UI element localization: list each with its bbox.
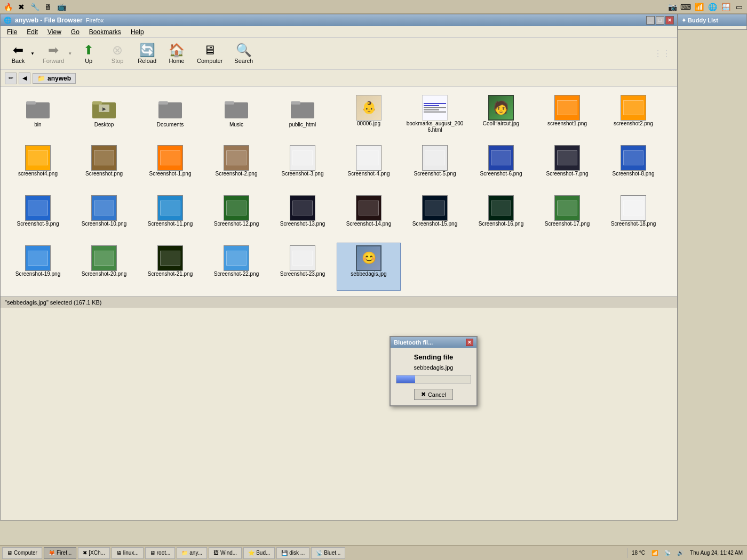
layout-icon[interactable]: ▭ xyxy=(733,1,745,13)
file-name-label: Screenshot-22.png xyxy=(214,271,259,277)
file-item[interactable]: Screenshot-18.png xyxy=(601,193,665,241)
menu-bookmarks[interactable]: Bookmarks xyxy=(85,27,125,37)
file-item[interactable]: Screenshot-11.png xyxy=(138,193,202,241)
file-item[interactable]: Screenshot-16.png xyxy=(469,193,533,241)
forward-arrow[interactable]: ▼ xyxy=(67,50,73,57)
network-icon[interactable]: 📶 xyxy=(649,550,660,556)
collapse-button[interactable]: ◀ xyxy=(19,73,30,84)
computer-button[interactable]: 🖥 Computer xyxy=(192,40,227,68)
file-item[interactable]: Documents xyxy=(138,92,202,140)
top-right-icons: 📷 ⌨ 📶 🌐 🪟 ▭ xyxy=(666,1,745,13)
camera-icon[interactable]: 📷 xyxy=(666,1,678,13)
minimize-button[interactable]: _ xyxy=(646,16,655,25)
tools-icon[interactable]: 🔧 xyxy=(29,1,41,13)
file-item[interactable]: Screenshot-10.png xyxy=(72,193,136,241)
taskbar-computer[interactable]: 🖥Computer xyxy=(2,547,42,559)
up-button[interactable]: ⬆ Up xyxy=(75,40,102,68)
breadcrumb-anyweb[interactable]: 📁 anyweb xyxy=(33,73,76,84)
maximize-button[interactable]: □ xyxy=(656,16,664,25)
signal-icon[interactable]: 📡 xyxy=(662,550,673,556)
reload-button[interactable]: 🔄 Reload xyxy=(133,40,161,68)
clock: Thu Aug 24, 11:42 AM xyxy=(688,550,745,556)
taskbar-bluetooth[interactable]: 📡Bluet... xyxy=(311,547,345,559)
volume-icon[interactable]: 🔊 xyxy=(675,550,686,556)
tv-icon[interactable]: 📺 xyxy=(55,1,67,13)
file-item[interactable]: Screenshot-12.png xyxy=(204,193,268,241)
file-item[interactable]: Screenshot-14.png xyxy=(337,193,401,241)
title-bar: 🌐 anyweb - File Browser Firefox _ □ ✕ xyxy=(1,14,677,26)
file-area[interactable]: bin ▶ Desktop Documents Music public_htm… xyxy=(1,87,677,296)
reload-label: Reload xyxy=(138,58,156,64)
x-icon[interactable]: ✖ xyxy=(15,1,27,13)
taskbar-xchat[interactable]: ✖[XCh... xyxy=(78,547,110,559)
file-item[interactable]: 🧑 CoolHaircut.jpg xyxy=(469,92,533,140)
wifi-icon[interactable]: 📶 xyxy=(693,1,705,13)
file-item[interactable]: Screenshot-6.png xyxy=(469,142,533,190)
file-name-label: Screenshot-10.png xyxy=(82,221,127,227)
file-item[interactable]: Screenshot-5.png xyxy=(403,142,467,190)
file-item[interactable]: Screenshot-8.png xyxy=(601,142,665,190)
file-item[interactable]: Screenshot-17.png xyxy=(535,193,599,241)
file-item[interactable]: Screenshot-22.png xyxy=(204,243,268,291)
menu-help[interactable]: Help xyxy=(126,27,148,37)
monitor-icon[interactable]: 🖥 xyxy=(42,1,54,13)
menu-edit[interactable]: Edit xyxy=(22,27,42,37)
edit-location-button[interactable]: ✏ xyxy=(5,73,17,84)
taskbar-disk[interactable]: 💾disk ... xyxy=(276,547,309,559)
back-button[interactable]: ⬅ Back xyxy=(5,40,31,68)
home-button[interactable]: 🏠 Home xyxy=(163,40,190,68)
file-name-label: Screenshot-15.png xyxy=(412,221,458,227)
forward-button[interactable]: ➡ Forward xyxy=(38,40,69,68)
file-item[interactable]: Screenshot-19.png xyxy=(6,243,70,291)
top-taskbar: 🔥 ✖ 🔧 🖥 📺 📷 ⌨ 📶 🌐 🪟 ▭ xyxy=(0,0,747,14)
file-item[interactable]: Screenshot-9.png xyxy=(6,193,70,241)
file-item[interactable]: Screenshot-4.png xyxy=(337,142,401,190)
file-item[interactable]: Screenshot-21.png xyxy=(138,243,202,291)
taskbar-root[interactable]: 🖥root... xyxy=(145,547,176,559)
menu-view[interactable]: View xyxy=(43,27,66,37)
file-item[interactable]: Music xyxy=(204,92,268,140)
menu-bar: File Edit View Go Bookmarks Help xyxy=(1,26,677,38)
file-item[interactable]: screenshot4.png xyxy=(6,142,70,190)
file-item[interactable]: Screenshot-20.png xyxy=(72,243,136,291)
file-item[interactable]: ▶ Desktop xyxy=(72,92,136,140)
file-item[interactable]: Screenshot-15.png xyxy=(403,193,467,241)
file-item[interactable]: Screenshot-2.png xyxy=(204,142,268,190)
screenshot-icon xyxy=(25,245,51,271)
file-item[interactable]: screenshot2.png xyxy=(601,92,665,140)
file-item[interactable]: public_html xyxy=(271,92,335,140)
keyboard-icon[interactable]: ⌨ xyxy=(680,1,692,13)
file-name-label: Screenshot-9.png xyxy=(17,221,59,227)
window-icon[interactable]: 🪟 xyxy=(720,1,732,13)
taskbar-firefox[interactable]: 🦊Firef... xyxy=(44,547,76,559)
search-button[interactable]: 🔍 Search xyxy=(229,40,258,68)
bluetooth-cancel-button[interactable]: ✖ Cancel xyxy=(414,389,453,400)
file-item[interactable]: Screenshot-23.png xyxy=(271,243,335,291)
file-item[interactable]: bookmarks_august_2006.html xyxy=(403,92,467,140)
taskbar-wind[interactable]: 🖼Wind... xyxy=(209,547,242,559)
globe-icon[interactable]: 🌐 xyxy=(706,1,718,13)
taskbar-any[interactable]: 📁any... xyxy=(177,547,207,559)
bottom-taskbar: 🖥Computer 🦊Firef... ✖[XCh... 🖥linux... 🖥… xyxy=(0,545,747,560)
back-arrow[interactable]: ▼ xyxy=(29,50,36,57)
file-item[interactable]: 😊 sebbedagis.jpg xyxy=(337,243,401,291)
file-item[interactable]: Screenshot-3.png xyxy=(271,142,335,190)
file-item[interactable]: Screenshot-1.png xyxy=(138,142,202,190)
file-item[interactable]: 👶 00006.jpg xyxy=(337,92,401,140)
menu-file[interactable]: File xyxy=(3,27,21,37)
file-item[interactable]: bin xyxy=(6,92,70,140)
bluetooth-close-button[interactable]: ✕ xyxy=(466,339,473,346)
search-icon: 🔍 xyxy=(236,44,252,57)
fire-icon[interactable]: 🔥 xyxy=(2,1,14,13)
stop-button[interactable]: ⊗ Stop xyxy=(104,40,131,68)
file-item[interactable]: Screenshot-7.png xyxy=(535,142,599,190)
file-item[interactable]: Screenshot-13.png xyxy=(271,193,335,241)
temperature[interactable]: 18 °C xyxy=(630,550,647,556)
close-button[interactable]: ✕ xyxy=(665,16,674,25)
file-item[interactable]: Screenshot.png xyxy=(72,142,136,190)
file-item[interactable]: screenshot1.png xyxy=(535,92,599,140)
menu-go[interactable]: Go xyxy=(67,27,84,37)
taskbar-linux[interactable]: 🖥linux... xyxy=(112,547,144,559)
taskbar-buddy[interactable]: ⭐Bud... xyxy=(243,547,275,559)
screenshot-icon xyxy=(488,145,514,171)
